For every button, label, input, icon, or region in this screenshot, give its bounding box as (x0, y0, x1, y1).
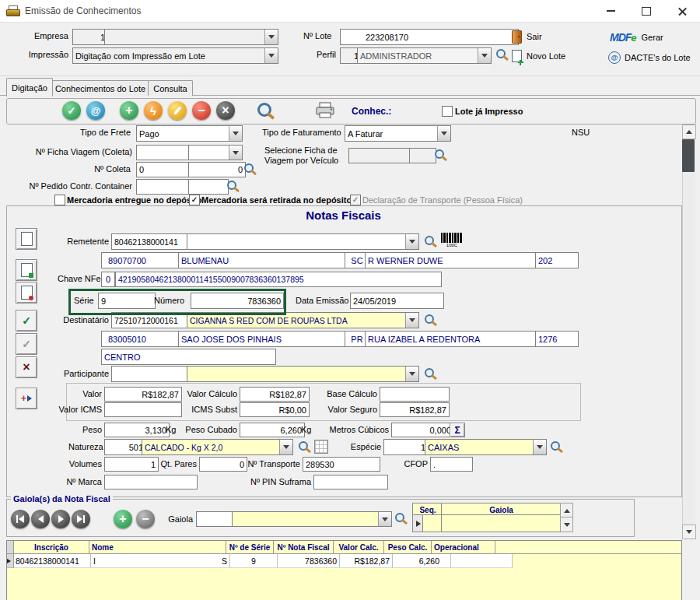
gerar-button[interactable]: MDF e Gerar (610, 28, 688, 47)
sigma-button[interactable]: Σ (450, 423, 465, 437)
nf-new-button[interactable] (16, 228, 37, 250)
coleta-search-icon[interactable] (243, 163, 256, 175)
ficha-viagem-field[interactable] (136, 145, 193, 160)
lote-field[interactable]: 223208170 (340, 29, 519, 45)
selecione-ficha-search-icon[interactable] (434, 149, 446, 161)
empresa-combo[interactable] (104, 29, 278, 45)
lote-impresso-checkbox[interactable] (442, 106, 453, 117)
natureza-combo[interactable]: CALCADO - Kg X 2,0 (142, 439, 293, 455)
first-record-button[interactable] (11, 510, 30, 528)
remove-button[interactable]: − (192, 101, 211, 120)
valor-field[interactable]: R$182,87 (104, 387, 182, 402)
pedido-container-search-icon[interactable] (226, 180, 239, 192)
maximize-button[interactable] (628, 0, 664, 22)
nf-confirm-button[interactable]: ✓ (16, 310, 37, 332)
metros-cubicos-field[interactable]: 0,000 (391, 423, 454, 437)
base-calculo-field[interactable] (380, 387, 450, 402)
novo-lote-button[interactable]: Novo Lote (512, 48, 586, 64)
gaiola-code-field[interactable] (196, 511, 236, 527)
perfil-search-icon[interactable] (495, 48, 508, 61)
remetente-cnpj-field[interactable]: 80462138000141 (111, 233, 191, 250)
perfil-combo[interactable]: ADMINISTRADOR (357, 47, 492, 64)
edit-button[interactable] (168, 101, 187, 120)
gaiola-combo[interactable] (232, 511, 392, 527)
pin-suframa-field[interactable] (313, 475, 388, 489)
print-button[interactable] (315, 102, 335, 119)
ficha-viagem-combo[interactable] (188, 145, 243, 160)
cfop-field[interactable]: . (430, 457, 473, 472)
remetente-combo[interactable] (187, 233, 419, 250)
scrollbar-thumb[interactable] (682, 139, 695, 172)
mercadoria-entregue-checkbox[interactable] (54, 195, 65, 205)
gaiola-search-icon[interactable] (394, 512, 407, 525)
coleta-field1[interactable]: 0 (136, 162, 193, 177)
valor-calculo-field[interactable]: R$182,87 (240, 387, 310, 402)
table-row[interactable]: 80462138000141 I S 9 7836360 R$182,87 6,… (7, 554, 681, 568)
gaiola-remove-button[interactable]: − (136, 510, 155, 528)
serie-field[interactable]: 9 (98, 293, 156, 309)
form-scrollbar-track[interactable] (682, 125, 695, 538)
last-record-button[interactable] (72, 510, 90, 528)
remetente-cidade-field[interactable]: BLUMENAU (178, 252, 349, 268)
qt-pares-field[interactable]: 0 (199, 457, 247, 472)
nf-import-button[interactable] (16, 259, 37, 281)
remetente-numero-field[interactable]: 202 (535, 252, 579, 268)
destinatario-cep-field[interactable]: 83005010 (101, 331, 187, 347)
tipo-faturamento-combo[interactable]: A Faturar (345, 125, 451, 142)
data-emissao-field[interactable]: 24/05/2019 (350, 293, 444, 309)
gaiola-grid-seq-cell[interactable] (422, 514, 443, 532)
nf-cancel-button[interactable]: × (16, 356, 37, 378)
participante-code-field[interactable] (111, 366, 191, 382)
nf-insert-row-button[interactable]: + (16, 388, 37, 409)
impressao-combo[interactable]: Digitação com Impressão em Lote (72, 47, 278, 64)
minimize-button[interactable] (593, 0, 628, 22)
numero-field[interactable]: 7836360 (191, 293, 284, 309)
selecione-ficha-field1[interactable] (348, 148, 414, 163)
destinatario-search-icon[interactable] (424, 314, 436, 326)
rate-table-button[interactable] (314, 440, 328, 454)
chave-nfe-field[interactable]: 4219058046213800011415500900783636013789… (115, 272, 442, 287)
valor-icms-field[interactable] (104, 402, 182, 417)
tab-digitacao[interactable]: Digitação (6, 78, 53, 96)
declaracao-transporte-checkbox[interactable]: ✓ (350, 195, 361, 205)
dacte-button[interactable]: @ DACTE's do Lote (608, 50, 695, 65)
tab-conhecimentos-do-lote[interactable]: Conhecimentos do Lote (51, 80, 149, 96)
especie-combo[interactable]: CAIXAS (425, 439, 547, 455)
barcode-button[interactable]: 100C (440, 233, 464, 249)
icms-subst-field[interactable]: R$0,00 (240, 402, 310, 417)
destinatario-bairro-field[interactable]: CENTRO (101, 349, 276, 365)
especie-search-icon[interactable] (550, 440, 562, 453)
nf-confirm-disabled-button[interactable]: ✓ (16, 333, 37, 355)
email-button[interactable]: @ (86, 101, 105, 120)
scroll-up-button[interactable] (682, 125, 696, 139)
pedido-container-field2[interactable] (188, 179, 229, 195)
gaiola-add-button[interactable]: + (114, 510, 132, 528)
close-button[interactable] (664, 0, 700, 22)
remetente-logradouro-field[interactable]: R WERNER DUWE (365, 252, 540, 268)
peso-field[interactable]: 3,130 (104, 423, 170, 437)
destinatario-combo[interactable]: CIGANNA S RED COM DE ROUPAS LTDA (187, 312, 419, 328)
add-button[interactable]: + (120, 101, 138, 120)
selecione-ficha-field2[interactable] (409, 148, 436, 163)
nf-locate-button[interactable] (16, 282, 37, 304)
scroll-down-button[interactable] (682, 525, 696, 539)
confirm-button[interactable]: ✓ (62, 101, 81, 120)
destinatario-logradouro-field[interactable]: RUA IZABEL A REDENTORA (365, 331, 540, 347)
cancel-button[interactable]: × (216, 101, 235, 120)
remetente-cep-field[interactable]: 89070700 (101, 252, 187, 268)
search-button[interactable] (257, 102, 274, 119)
remetente-search-icon[interactable] (424, 235, 436, 247)
sair-button[interactable]: Sair (512, 29, 574, 44)
participante-search-icon[interactable] (424, 367, 436, 380)
volumes-field[interactable]: 1 (104, 457, 159, 472)
chave-dv-field[interactable]: 0 (101, 272, 115, 287)
gaiola-grid-scroll-down[interactable] (560, 517, 573, 532)
coleta-field2[interactable]: 0 (188, 162, 246, 177)
tipo-frete-combo[interactable]: Pago (136, 125, 243, 142)
destinatario-cnpj-field[interactable]: 72510712000161 (111, 312, 191, 328)
pedido-container-field1[interactable] (136, 179, 193, 195)
peso-cubado-field[interactable]: 6,260 (240, 423, 305, 437)
destinatario-numero-field[interactable]: 1276 (535, 331, 579, 347)
gaiola-grid-gaiola-cell[interactable] (441, 514, 562, 532)
natureza-code-field[interactable]: 501 (104, 439, 146, 455)
